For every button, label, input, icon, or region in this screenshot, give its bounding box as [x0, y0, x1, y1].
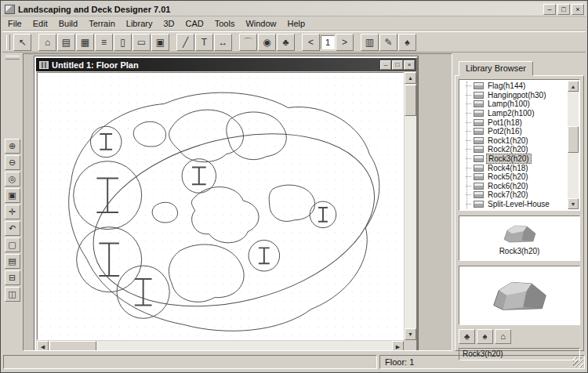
- maximize-button[interactable]: □: [557, 4, 570, 15]
- library-item[interactable]: Rock2(h20): [461, 145, 567, 154]
- scroll-down-button[interactable]: ▼: [405, 328, 416, 340]
- save-button[interactable]: ◫: [5, 287, 20, 302]
- scroll-left-button[interactable]: ◀: [37, 341, 49, 351]
- menu-help[interactable]: Help: [282, 17, 311, 30]
- shrub-tool[interactable]: ♠: [398, 34, 416, 51]
- document-title: Untitled 1: Floor Plan: [52, 60, 139, 70]
- menu-bar: File Edit Build Terrain Library 3D CAD T…: [2, 17, 586, 31]
- document-close-button[interactable]: ×: [404, 60, 415, 70]
- library-item-selected[interactable]: Rock3(h20): [461, 154, 567, 164]
- library-item[interactable]: Split-Level-House: [461, 200, 567, 209]
- library-item[interactable]: Rock4(h18): [461, 163, 567, 172]
- plant-library-button[interactable]: ♣: [459, 329, 475, 344]
- scroll-up-button[interactable]: ▲: [405, 72, 416, 84]
- library-item[interactable]: Lamp2(h100): [461, 109, 567, 118]
- deck-tool[interactable]: ▦: [76, 34, 94, 51]
- open-plan-button[interactable]: ▤: [5, 254, 20, 269]
- library-item[interactable]: Lamp(h100): [461, 100, 567, 109]
- library-item-icon: [474, 82, 484, 89]
- toolbar-grip[interactable]: [6, 34, 10, 50]
- menu-build[interactable]: Build: [53, 17, 83, 30]
- library-item-icon: [474, 165, 484, 172]
- select-tool[interactable]: ↖: [13, 34, 31, 51]
- previous-view-button[interactable]: ↶: [5, 221, 20, 236]
- fence-tool[interactable]: ▥: [361, 34, 379, 51]
- library-item[interactable]: Pot2(h16): [461, 127, 567, 136]
- fill-window-button[interactable]: ▣: [5, 188, 20, 203]
- menu-terrain[interactable]: Terrain: [83, 17, 121, 30]
- library-object-preview[interactable]: [459, 266, 580, 325]
- menu-window[interactable]: Window: [240, 17, 281, 30]
- pan-window-button[interactable]: ✛: [5, 205, 20, 219]
- library-browser-box: Flag(h144) Hangingpot(h30) Lamp(h100) La…: [455, 75, 584, 351]
- roof-tool[interactable]: ⌒: [239, 34, 257, 51]
- library-item[interactable]: Hangingpot(h30): [461, 91, 567, 100]
- vertical-scroll-thumb[interactable]: [405, 85, 416, 116]
- document-title-bar[interactable]: Untitled 1: Floor Plan – □ ×: [36, 58, 416, 71]
- close-button[interactable]: ×: [572, 4, 584, 15]
- zoom-in-button[interactable]: ⊕: [5, 139, 20, 154]
- tree-library-button[interactable]: ♠: [477, 329, 493, 344]
- door-tool[interactable]: ▯: [114, 34, 132, 51]
- document-minimize-button[interactable]: –: [380, 60, 391, 70]
- floor-plan-window: Untitled 1: Floor Plan – □ ×: [34, 56, 418, 351]
- tree-scroll-down-button[interactable]: ▼: [568, 198, 579, 209]
- library-item[interactable]: Pot1(h18): [461, 118, 567, 127]
- previous-floor-button[interactable]: <: [302, 34, 320, 51]
- wall-tool[interactable]: ▤: [57, 34, 75, 51]
- text-tool[interactable]: T: [195, 34, 213, 51]
- zoom-out-button[interactable]: ⊖: [5, 155, 20, 170]
- library-item-icon: [474, 173, 484, 180]
- app-icon: [5, 5, 15, 14]
- floor-indicator: 1: [321, 35, 335, 49]
- library-item-icon: [474, 146, 484, 153]
- floor-plan-canvas[interactable]: [37, 72, 404, 340]
- menu-tools[interactable]: Tools: [209, 17, 241, 30]
- title-bar[interactable]: Landscaping and Deck Designer 7.01 – □ ×: [2, 2, 586, 16]
- stairs-tool[interactable]: ≡: [95, 34, 113, 51]
- library-item-icon: [474, 110, 484, 117]
- window-tool[interactable]: ▭: [132, 34, 151, 51]
- menu-cad[interactable]: CAD: [180, 17, 209, 30]
- document-vertical-scrollbar[interactable]: ▲ ▼: [405, 72, 416, 340]
- scrollbar-corner: [405, 341, 416, 351]
- sun-tool[interactable]: ◉: [258, 34, 276, 51]
- menu-file[interactable]: File: [2, 17, 27, 30]
- plant-tool[interactable]: ♣: [277, 34, 295, 51]
- menu-3d[interactable]: 3D: [158, 17, 180, 30]
- tree-scroll-up-button[interactable]: ▲: [568, 81, 579, 92]
- print-button[interactable]: ⊟: [5, 270, 20, 285]
- cabinet-tool[interactable]: ▣: [151, 34, 169, 51]
- library-item[interactable]: Flag(h144): [461, 81, 567, 91]
- workspace: Untitled 1: Floor Plan – □ ×: [23, 53, 452, 351]
- new-plan-button[interactable]: ▢: [5, 237, 20, 252]
- library-item[interactable]: Rock6(h20): [461, 182, 567, 191]
- rock-shape: [169, 244, 244, 302]
- library-tree-scrollbar[interactable]: ▲ ▼: [568, 81, 579, 209]
- structure-library-button[interactable]: ⌂: [495, 329, 511, 344]
- dimension-tool[interactable]: ↔: [214, 34, 232, 51]
- menu-edit[interactable]: Edit: [27, 17, 53, 30]
- next-floor-button[interactable]: >: [336, 34, 354, 51]
- application-window: Landscaping and Deck Designer 7.01 – □ ×…: [0, 0, 588, 373]
- library-selection-preview[interactable]: Rock3(h20): [459, 215, 580, 261]
- horizontal-scroll-thumb[interactable]: [49, 341, 96, 351]
- library-item[interactable]: Rock7(h20): [461, 190, 567, 200]
- build-object-tool[interactable]: ⌂: [38, 34, 56, 51]
- rock-thumbnail: [499, 222, 541, 245]
- menu-library[interactable]: Library: [121, 17, 158, 30]
- minimize-button[interactable]: –: [543, 4, 556, 15]
- tree-scroll-thumb[interactable]: [568, 126, 579, 153]
- ruler-tool[interactable]: ╱: [176, 34, 194, 51]
- document-horizontal-scrollbar[interactable]: ◀ ▶: [37, 341, 404, 351]
- tab-library-browser[interactable]: Library Browser: [459, 61, 533, 76]
- library-item-icon: [474, 201, 484, 208]
- library-item[interactable]: Rock1(h20): [461, 136, 567, 146]
- library-item[interactable]: Rock5(h20): [461, 172, 567, 182]
- floor-plan-drawing: [38, 73, 403, 339]
- zoom-window-button[interactable]: ◎: [5, 172, 20, 186]
- document-restore-button[interactable]: □: [392, 60, 403, 70]
- scroll-right-button[interactable]: ▶: [392, 341, 404, 351]
- draw-tool[interactable]: ✎: [379, 34, 397, 51]
- side-toolbar-grip[interactable]: [5, 56, 20, 60]
